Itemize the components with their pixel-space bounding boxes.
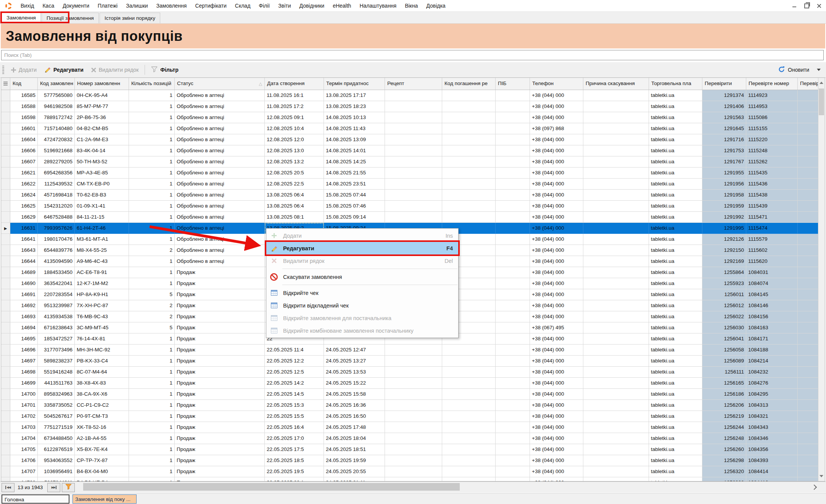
cell[interactable]: Оброблено в аптеці <box>175 112 265 123</box>
table-row[interactable]: 147071036956491B4-BX-04-M01Продаж22.05.2… <box>1 466 825 477</box>
cell[interactable]: 1115262 <box>746 156 798 167</box>
row-indicator[interactable] <box>1 477 10 481</box>
menu-item-10[interactable]: Довідники <box>295 3 329 9</box>
cell[interactable]: 1256011 <box>702 289 746 300</box>
cell[interactable]: tabletki.ua <box>649 112 702 123</box>
cell[interactable]: 16604 <box>10 134 38 145</box>
cell[interactable]: tabletki.ua <box>649 134 702 145</box>
cell[interactable]: 1256111 <box>702 367 746 378</box>
cell[interactable]: Продаж <box>175 378 265 389</box>
cell[interactable]: 9461982508 <box>38 101 75 112</box>
cell[interactable] <box>798 167 820 179</box>
cell[interactable]: Оброблено в аптеці <box>175 201 265 212</box>
tab-0[interactable]: Замовлення <box>2 12 41 23</box>
cell[interactable]: 1084343 <box>746 422 798 433</box>
menu-item-4[interactable]: Залишки <box>122 3 152 9</box>
cell[interactable]: 1 <box>129 433 175 444</box>
cell[interactable]: 1291959 <box>702 201 746 212</box>
cell[interactable]: Оброблено в аптеці <box>175 234 265 245</box>
cell[interactable]: 1084214 <box>746 356 798 367</box>
cell[interactable]: Продаж <box>175 477 265 481</box>
cell[interactable] <box>798 123 820 134</box>
cell[interactable]: 16643 <box>10 245 38 256</box>
cell[interactable]: 1291767 <box>702 156 746 167</box>
cell[interactable]: 1084393 <box>746 455 798 466</box>
cell[interactable] <box>583 367 649 378</box>
cell[interactable] <box>442 433 496 444</box>
row-indicator[interactable] <box>1 112 10 123</box>
table-row[interactable]: 146975898238237PB-KX-33-C41Продаж22.05.2… <box>1 356 825 367</box>
cell[interactable]: 1084295 <box>746 389 798 400</box>
cell[interactable] <box>442 112 496 123</box>
cell[interactable]: tabletki.ua <box>649 455 702 466</box>
cell[interactable]: 1114923 <box>746 90 798 101</box>
cell[interactable]: 14704 <box>10 433 38 444</box>
cell[interactable]: 1 <box>129 333 175 345</box>
cell[interactable]: 6122876519 <box>38 444 75 455</box>
cell[interactable] <box>583 333 649 345</box>
table-row[interactable]: 14700895832496338-CA-9X-X61Продаж22.05.2… <box>1 389 825 400</box>
tab-2[interactable]: Історія зміни порядку <box>100 13 160 23</box>
cell[interactable] <box>798 223 820 234</box>
cell[interactable]: tabletki.ua <box>649 223 702 234</box>
cell[interactable]: 14700 <box>10 389 38 400</box>
row-indicator[interactable] <box>1 466 10 477</box>
cell[interactable]: CC-P1-C9-C2 <box>75 400 129 411</box>
cell[interactable]: Продаж <box>175 400 265 411</box>
cell[interactable]: +38 (044) 000 <box>530 378 583 389</box>
cell[interactable]: 9513239987 <box>38 300 75 311</box>
row-indicator[interactable] <box>1 400 10 411</box>
vertical-scrollbar[interactable] <box>818 78 825 481</box>
cell[interactable]: 24.05.2025 16:50 <box>324 411 385 422</box>
cell[interactable]: 1 <box>129 378 175 389</box>
cell[interactable]: 5196921668 <box>38 145 75 156</box>
row-indicator[interactable] <box>1 190 10 201</box>
column-header-7[interactable]: Рецепт <box>385 78 442 90</box>
cell[interactable]: Оброблено в аптеці <box>175 190 265 201</box>
cell[interactable]: 1 <box>129 134 175 145</box>
cell[interactable]: 1256058 <box>702 345 746 356</box>
cell[interactable] <box>583 101 649 112</box>
cell[interactable] <box>496 278 530 289</box>
cell[interactable]: 84-11-21-15 <box>75 212 129 223</box>
edit-button[interactable]: Редагувати <box>40 64 87 76</box>
menu-item-13[interactable]: Вікна <box>401 3 422 9</box>
cell[interactable]: tabletki.ua <box>649 256 702 267</box>
cell[interactable] <box>798 322 820 333</box>
cell[interactable]: Продаж <box>175 455 265 466</box>
cell[interactable]: 1084313 <box>746 400 798 411</box>
cell[interactable] <box>798 145 820 156</box>
cell[interactable] <box>442 90 496 101</box>
cell[interactable]: 85-M7-PM-77 <box>75 101 129 112</box>
cell[interactable] <box>442 145 496 156</box>
cell[interactable]: Продаж <box>175 333 265 345</box>
cell[interactable]: 14708 <box>10 477 38 481</box>
cell[interactable]: 24.05.2025 21:11 <box>324 477 385 481</box>
cell[interactable]: tabletki.ua <box>649 179 702 190</box>
cell[interactable]: 1084188 <box>746 345 798 356</box>
cell[interactable] <box>496 422 530 433</box>
row-indicator[interactable] <box>1 444 10 455</box>
cell[interactable] <box>385 400 442 411</box>
cell[interactable] <box>496 112 530 123</box>
cell[interactable] <box>496 190 530 201</box>
cell[interactable] <box>442 212 496 223</box>
cell[interactable]: 24.05.2025 15:58 <box>324 389 385 400</box>
cell[interactable]: +38 (044) 000 <box>530 411 583 422</box>
cell[interactable]: 0H-CK-95-A4 <box>75 90 129 101</box>
cell[interactable]: B4-B0-HE-B4 <box>75 477 129 481</box>
cell[interactable] <box>442 455 496 466</box>
cell[interactable]: 2 <box>129 300 175 311</box>
cell[interactable]: +38 (044) 000 <box>530 477 583 481</box>
cell[interactable]: 1256244 <box>702 422 746 433</box>
cell[interactable]: 1291374 <box>702 90 746 101</box>
cell[interactable] <box>583 212 649 223</box>
cell[interactable]: 24.05.2025 20:55 <box>324 466 385 477</box>
cell[interactable]: 1 <box>129 234 175 245</box>
cell[interactable]: 22.05.2025 16:4 <box>265 422 324 433</box>
cell[interactable]: 24.05.2025 18:04 <box>324 433 385 444</box>
cell[interactable]: tabletki.ua <box>649 400 702 411</box>
column-header-11[interactable]: Причина скасування <box>583 78 649 90</box>
cell[interactable]: 1255923 <box>702 278 746 289</box>
cell[interactable]: tabletki.ua <box>649 145 702 156</box>
